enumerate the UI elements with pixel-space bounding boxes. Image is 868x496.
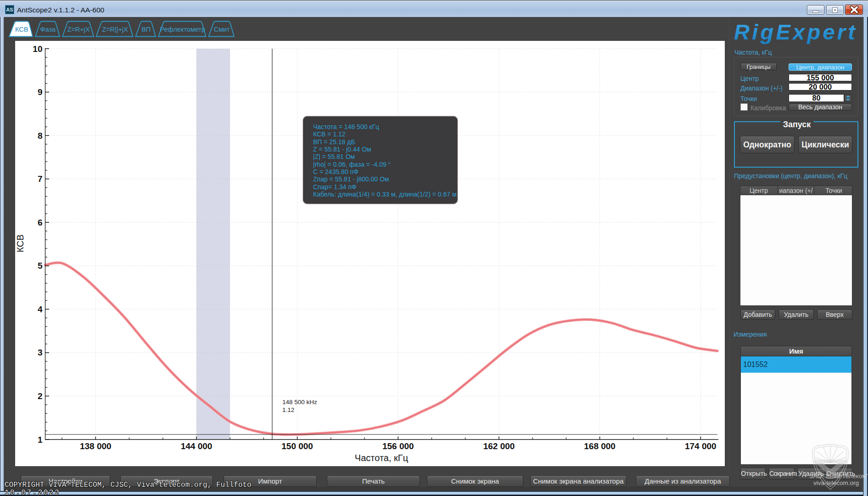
svg-text:9: 9 <box>38 87 43 97</box>
svg-text:Смит: Смит <box>214 26 230 33</box>
svg-text:1.12: 1.12 <box>282 406 294 413</box>
svg-text:138 000: 138 000 <box>80 441 112 451</box>
svg-text:RigExpert: RigExpert <box>734 20 856 44</box>
svg-text:6: 6 <box>38 218 43 227</box>
svg-text:168 000: 168 000 <box>584 441 616 451</box>
svg-text:162 000: 162 000 <box>483 441 515 451</box>
svg-text:2: 2 <box>38 391 43 401</box>
svg-text:156 000: 156 000 <box>382 441 414 451</box>
svg-text:ВП: ВП <box>141 26 151 33</box>
svg-text:5: 5 <box>38 261 43 271</box>
svg-text:Z=R+jX: Z=R+jX <box>67 26 90 33</box>
svg-text:150 000: 150 000 <box>281 441 313 451</box>
svg-text:1: 1 <box>38 435 43 445</box>
svg-text:7: 7 <box>38 174 43 184</box>
svg-text:Частота, кГц: Частота, кГц <box>355 453 408 463</box>
svg-text:10: 10 <box>33 44 42 54</box>
svg-text:8: 8 <box>38 131 43 141</box>
svg-text:4: 4 <box>38 304 43 314</box>
svg-text:148 500 kHz: 148 500 kHz <box>282 399 317 406</box>
svg-text:174 000: 174 000 <box>685 441 717 451</box>
svg-text:3: 3 <box>38 348 43 357</box>
svg-text:КСВ: КСВ <box>15 234 25 252</box>
svg-text:Z=R||+jX: Z=R||+jX <box>102 26 128 33</box>
svg-text:КСВ: КСВ <box>15 26 28 33</box>
svg-text:Фаза: Фаза <box>40 26 56 33</box>
svg-text:144 000: 144 000 <box>181 441 213 451</box>
svg-text:Рефлектометр: Рефлектометр <box>160 26 205 33</box>
